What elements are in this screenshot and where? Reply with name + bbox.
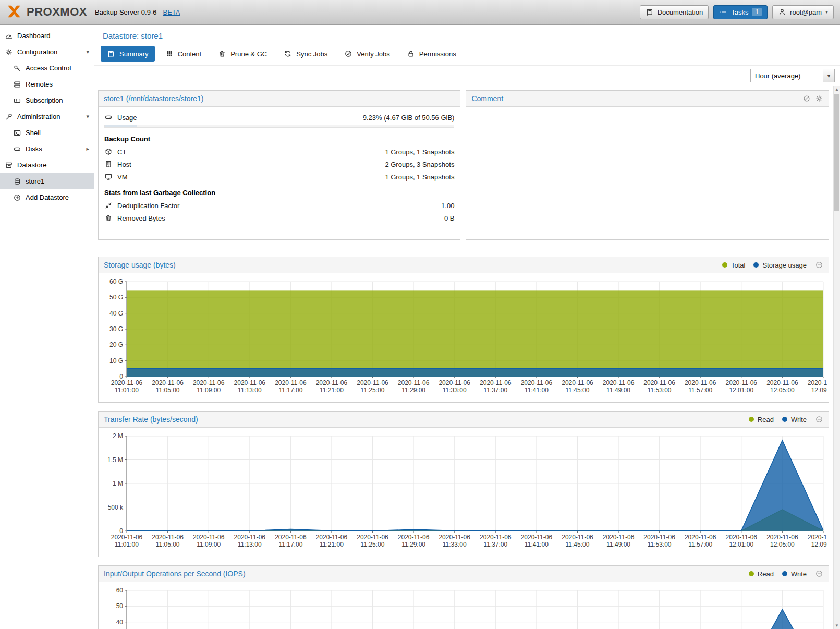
comment-panel-title: Comment <box>471 94 503 103</box>
sidebar-item-remotes[interactable]: Remotes <box>0 76 94 92</box>
svg-text:2020-11-0611:33:00: 2020-11-0611:33:00 <box>439 379 470 394</box>
transfer-rate-chart-panel: Transfer Rate (bytes/second) Read Write <box>98 411 829 557</box>
scrollbar-thumb[interactable] <box>834 94 839 211</box>
vertical-scrollbar[interactable]: ▲ ▼ <box>833 86 840 629</box>
comment-panel: Comment <box>466 90 829 240</box>
iops-legend: Read Write <box>749 570 823 578</box>
svg-text:2020-11-0611:09:00: 2020-11-0611:09:00 <box>193 534 225 548</box>
tab-bar: Summary Content Prune & GC Sync Jobs Ver… <box>94 42 840 65</box>
backup-count-row-host: Host 2 Groups, 3 Snapshots <box>99 158 460 171</box>
svg-text:2020-11-0611:49:00: 2020-11-0611:49:00 <box>603 534 635 548</box>
sidebar-item-configuration[interactable]: Configuration ▾ <box>0 44 94 60</box>
storage-usage-legend: Total Storage usage <box>722 261 823 269</box>
sidebar-item-store1[interactable]: store1 <box>0 173 94 189</box>
svg-text:20 G: 20 G <box>109 341 123 348</box>
sidebar-item-shell[interactable]: Shell <box>0 125 94 141</box>
circle-slash-icon[interactable] <box>802 94 811 103</box>
trash-icon <box>104 214 113 222</box>
gear-icon[interactable] <box>815 94 823 103</box>
iops-chart-title: Input/Output Operations per Second (IOPS… <box>104 570 246 578</box>
legend-item-storage-usage[interactable]: Storage usage <box>753 261 807 269</box>
key-icon <box>13 64 21 72</box>
collapse-icon[interactable] <box>815 570 823 578</box>
tab-sync-jobs[interactable]: Sync Jobs <box>277 46 334 62</box>
trash-icon <box>218 50 226 58</box>
brand: PROXMOX Backup Server 0.9-6 BETA <box>6 4 180 20</box>
scroll-down-icon[interactable]: ▼ <box>834 622 840 629</box>
svg-text:1.5 M: 1.5 M <box>107 456 123 464</box>
hdd-icon <box>104 113 113 122</box>
documentation-button[interactable]: Documentation <box>640 5 709 19</box>
sidebar-item-administration[interactable]: Administration ▾ <box>0 108 94 125</box>
tab-prune-gc[interactable]: Prune & GC <box>212 46 273 62</box>
svg-text:2020-11-0611:37:00: 2020-11-0611:37:00 <box>480 534 512 548</box>
legend-item-read[interactable]: Read <box>749 570 774 578</box>
legend-item-write[interactable]: Write <box>782 570 807 578</box>
scroll-up-icon[interactable]: ▲ <box>834 86 840 93</box>
sidebar-item-dashboard[interactable]: Dashboard <box>0 28 94 44</box>
svg-text:2020-11-0611:57:00: 2020-11-0611:57:00 <box>685 534 716 548</box>
collapse-icon[interactable] <box>815 261 823 269</box>
transfer-rate-chart: 2020-11-0611:01:002020-11-0611:05:002020… <box>99 428 829 557</box>
check-circle-icon <box>344 50 352 58</box>
svg-text:2020-11-0611:01:00: 2020-11-0611:01:00 <box>111 534 143 548</box>
desktop-icon <box>104 173 113 181</box>
content-area: store1 (/mnt/datastores/store1) Usage 9.… <box>94 86 833 629</box>
legend-item-read[interactable]: Read <box>749 416 774 424</box>
legend-dot <box>782 571 787 576</box>
iops-chart-header: Input/Output Operations per Second (IOPS… <box>99 566 829 582</box>
sidebar-item-datastore[interactable]: Datastore <box>0 157 94 173</box>
comment-panel-header: Comment <box>466 91 829 107</box>
iops-chart-panel: Input/Output Operations per Second (IOPS… <box>98 565 829 629</box>
servers-icon <box>13 80 21 89</box>
chevron-down-icon: ▾ <box>825 9 828 15</box>
sidebar-item-access-control[interactable]: Access Control <box>0 60 94 76</box>
lock-icon <box>407 50 415 58</box>
usage-panel-header: store1 (/mnt/datastores/store1) <box>99 91 460 107</box>
comment-panel-body[interactable] <box>466 107 829 115</box>
legend-item-write[interactable]: Write <box>782 416 807 424</box>
dashboard-icon <box>5 32 13 40</box>
legend-dot <box>749 417 754 422</box>
body: Dashboard Configuration ▾ Access Control… <box>0 25 840 629</box>
timerange-select[interactable]: Hour (average) ▾ <box>750 69 835 82</box>
svg-text:2020-11-0611:57:00: 2020-11-0611:57:00 <box>685 379 716 394</box>
tab-permissions[interactable]: Permissions <box>400 46 462 62</box>
chevron-right-icon[interactable]: ▸ <box>86 146 89 152</box>
building-icon <box>104 160 113 168</box>
user-icon <box>778 8 786 16</box>
legend-dot <box>722 262 727 268</box>
book-icon <box>107 50 115 58</box>
app-title: Backup Server 0.9-6 <box>95 8 157 16</box>
gc-row-dedup: Deduplication Factor 1.00 <box>99 199 460 212</box>
tasks-label: Tasks <box>731 8 748 16</box>
collapse-icon[interactable] <box>815 415 823 424</box>
svg-text:2020-11-0611:29:00: 2020-11-0611:29:00 <box>398 379 430 394</box>
usage-value: 9.23% (4.67 GiB of 50.56 GiB) <box>363 114 455 122</box>
archive-icon <box>5 161 13 170</box>
sidebar-item-add-datastore[interactable]: Add Datastore <box>0 189 94 205</box>
chevron-down-icon[interactable]: ▾ <box>86 113 89 120</box>
datastore-usage-panel: store1 (/mnt/datastores/store1) Usage 9.… <box>98 90 460 240</box>
sidebar-item-disks[interactable]: Disks ▸ <box>0 141 94 157</box>
tab-content[interactable]: Content <box>159 46 208 62</box>
svg-text:2020-11-0611:13:00: 2020-11-0611:13:00 <box>234 534 266 548</box>
sidebar-item-subscription[interactable]: Subscription <box>0 92 94 108</box>
tab-verify-jobs[interactable]: Verify Jobs <box>338 46 396 62</box>
tab-summary[interactable]: Summary <box>101 46 155 62</box>
gear-icon <box>5 48 13 56</box>
top-row: store1 (/mnt/datastores/store1) Usage 9.… <box>98 90 829 248</box>
svg-text:1 M: 1 M <box>113 480 123 487</box>
beta-link[interactable]: BETA <box>163 8 180 16</box>
chevron-down-icon[interactable]: ▾ <box>86 49 89 55</box>
legend-item-total[interactable]: Total <box>722 261 745 269</box>
tasks-button[interactable]: Tasks 1 <box>713 5 768 19</box>
chevron-down-icon[interactable]: ▾ <box>823 69 834 82</box>
svg-text:500 k: 500 k <box>108 504 124 511</box>
main-area: Datastore: store1 Summary Content Prune … <box>94 25 840 629</box>
book-icon <box>646 8 654 16</box>
backup-count-row-vm: VM 1 Groups, 1 Snapshots <box>99 171 460 183</box>
user-menu-button[interactable]: root@pam ▾ <box>772 5 834 19</box>
svg-text:60 G: 60 G <box>109 278 123 285</box>
transfer-rate-chart-header: Transfer Rate (bytes/second) Read Write <box>99 412 829 428</box>
